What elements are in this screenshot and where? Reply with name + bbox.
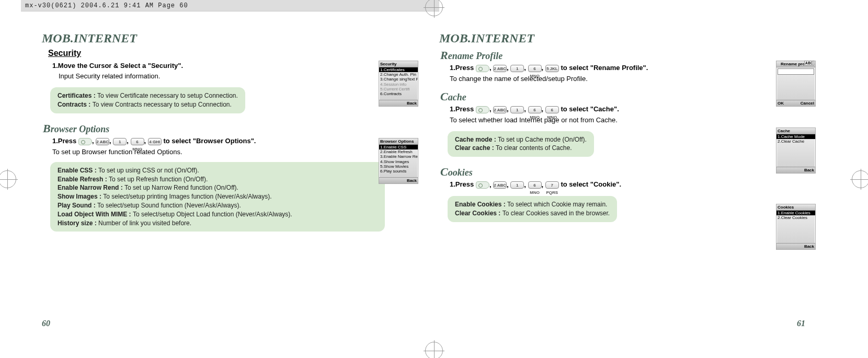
keypad-key-icon: 6 MNO xyxy=(528,65,542,72)
browser-step: 1.Press , 2 ABC, 1, 6 MNO, 4 GHI to sele… xyxy=(52,136,408,146)
browser-note: Enable CSS : To set up using CSS or not … xyxy=(50,162,385,232)
step-suffix: to select "Cookie". xyxy=(561,180,621,188)
note-text: Number of link you visited before. xyxy=(98,220,191,227)
phone-softkey-label: Back xyxy=(804,244,814,249)
crop-mark-icon xyxy=(0,169,18,190)
phone-title: Rename profile ABC xyxy=(776,61,815,67)
security-heading: Security xyxy=(48,49,408,58)
step-prefix: 1.Press xyxy=(450,180,476,188)
phone-menu-item: 4.Session info xyxy=(379,82,418,87)
phone-softkey-label: OK xyxy=(778,101,784,106)
page-61: MOB.INTERNET Rename Profile 1.Press , 2 … xyxy=(439,31,805,314)
note-label: History size : xyxy=(58,220,98,227)
note-label: Show Images : xyxy=(58,193,103,200)
note-label: Enable Cookies : xyxy=(455,201,507,208)
phone-softkey-label: Cancel xyxy=(801,101,814,106)
note-text: To select/setup printing Images function… xyxy=(103,193,271,200)
cache-note: Cache mode : To set up Cache mode (On/Of… xyxy=(448,131,594,157)
key-sequence: , 2 ABC, 1, 6 MNO, 5 JKL xyxy=(476,63,559,73)
rename-step: 1.Press , 2 ABC, 1, 6 MNO, 5 JKL to sele… xyxy=(450,63,805,73)
rename-profile-heading: Rename Profile xyxy=(440,49,805,62)
keypad-key-icon: 5 JKL xyxy=(545,65,559,72)
keypad-key-icon: 2 ABC xyxy=(96,138,109,145)
heading-initial: R xyxy=(440,49,448,62)
note-text: To clear contents of Cache. xyxy=(496,144,572,152)
cache-desc: To select whether load Internet page or … xyxy=(450,116,805,125)
softkey-icon xyxy=(476,65,489,72)
cookies-step: 1.Press , 2 ABC, 1, 6 MNO, 7 PQRS to sel… xyxy=(450,180,805,190)
note-text: To select/setup Sound function (Never/As… xyxy=(97,202,241,209)
keypad-key-icon: 4 GHI xyxy=(148,138,162,145)
phone-screen-cookies: Cookies 1.Enable Cookies 2.Clear Cookies… xyxy=(776,204,816,250)
phone-menu-item: 6.Contracts xyxy=(379,91,418,96)
phone-menu-item: 6.Play sounds xyxy=(379,169,418,174)
keypad-key-icon: 1 xyxy=(113,138,127,145)
keypad-key-icon: 7 PQRS xyxy=(545,181,559,189)
note-text: To set up Cache mode (On/Off). xyxy=(498,136,587,143)
key-sequence: , 2 ABC, 1, 6 MNO, 4 GHI xyxy=(78,136,162,146)
cookies-heading: Cookies xyxy=(440,165,805,179)
note-label: Clear Cookies : xyxy=(455,210,502,217)
keypad-key-icon: 6 MNO xyxy=(528,181,542,189)
heading-rest: ookies xyxy=(448,167,473,178)
step-prefix: 1.Press xyxy=(450,64,476,72)
keypad-key-icon: 6 MNO xyxy=(131,138,144,145)
security-note: Certificates : To view Certificate neces… xyxy=(50,87,245,113)
heading-initial: C xyxy=(440,165,448,178)
note-label: Contracts : xyxy=(58,101,93,108)
note-label: Clear cache : xyxy=(455,144,496,152)
keypad-key-icon: 1 xyxy=(510,181,524,189)
heading-initial: C xyxy=(440,90,448,103)
phone-menu-item: 1.Cache Mode xyxy=(776,134,815,139)
phone-menu-item: 4.Show Images xyxy=(379,159,418,164)
phone-footer: Back xyxy=(379,100,418,106)
note-text: To clear Cookies saved in the browser. xyxy=(502,210,610,217)
phone-screen-cache: Cache 1.Cache Mode 2.Clear Cache Back xyxy=(776,128,816,174)
note-text: To select/setup Object Load function (Ne… xyxy=(133,211,292,218)
heading-rest: rowser Options xyxy=(51,124,110,134)
page-60: MOB.INTERNET Security 1.Move the Cursor … xyxy=(42,31,408,314)
phone-menu-item: 5.Show Movies xyxy=(379,164,418,169)
page-number: 61 xyxy=(797,319,805,328)
note-text: To view Certificate necessary to setup C… xyxy=(97,92,238,99)
keypad-key-icon: 2 ABC xyxy=(493,181,507,189)
file-header: mx-v30(0621) 2004.6.21 9:41 AM Page 60 xyxy=(21,0,439,11)
cache-heading: Cache xyxy=(440,90,805,103)
note-text: To view Contracts necessary to setup Con… xyxy=(93,101,232,108)
crop-mark-icon xyxy=(424,0,444,18)
phone-menu-item: 2.Change Auth. Pin xyxy=(379,72,418,77)
heading-rest: ache xyxy=(448,92,466,102)
page-title: MOB.INTERNET xyxy=(42,31,408,45)
rename-desc: To change the name of selected/setup Pro… xyxy=(450,74,805,84)
phone-screen-security: Security 1.Certificates 2.Change Auth. P… xyxy=(379,61,418,107)
note-label: Cache mode : xyxy=(455,136,498,143)
phone-menu-item: 5.Current Certifi xyxy=(379,87,418,91)
phone-menu-item: 2.Enable Refresh xyxy=(379,149,418,154)
page-number: 60 xyxy=(42,319,50,328)
heading-initial: B xyxy=(43,122,51,135)
note-label: Play Sound : xyxy=(58,202,97,209)
note-text: To set up Narrow Rend function (On/Off). xyxy=(124,184,238,191)
keypad-key-icon: 1 xyxy=(510,106,524,113)
security-desc: Input Security related information. xyxy=(59,72,408,81)
crop-mark-icon xyxy=(424,340,444,358)
softkey-icon xyxy=(78,138,92,145)
softkey-icon xyxy=(476,106,489,113)
keypad-key-icon: 2 ABC xyxy=(493,65,507,72)
step-suffix: to select "Browser Options". xyxy=(163,137,256,145)
page-title: MOB.INTERNET xyxy=(439,31,805,45)
note-label: Enable Narrow Rend : xyxy=(58,184,124,191)
key-sequence: , 2 ABC, 1, 6 MNO, 7 PQRS xyxy=(476,180,559,190)
phone-screen-rename-profile: Rename profile ABC OK Cancel xyxy=(776,61,816,107)
note-label: Enable CSS : xyxy=(58,167,98,174)
phone-title: Cache xyxy=(776,128,815,134)
note-label: Enable Refresh : xyxy=(58,176,109,183)
phone-menu-item: 1.Enable Cookies xyxy=(776,211,815,215)
note-text: To set up using CSS or not (On/Off). xyxy=(98,167,199,174)
phone-menu-item: 2.Clear Cache xyxy=(776,139,815,144)
phone-footer: Back xyxy=(776,167,815,173)
cookies-note: Enable Cookies : To select which Cookie … xyxy=(448,196,617,222)
step-suffix: to select "Rename Profile". xyxy=(561,64,648,72)
note-label: Load Object With MIME : xyxy=(58,211,133,218)
phone-title: Security xyxy=(379,61,418,67)
